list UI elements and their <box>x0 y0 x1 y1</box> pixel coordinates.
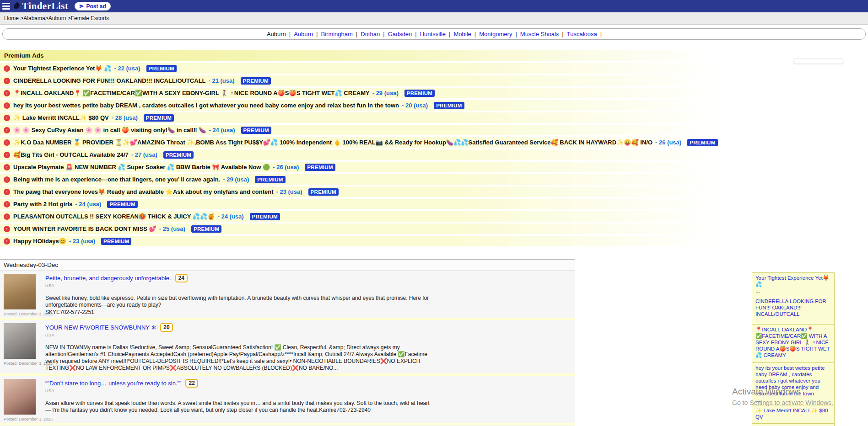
premium-ad-title[interactable]: ✨K.O Daa NUMBER 🥇 PROVIDER ⏳✨💕AMAZING Th… <box>13 139 652 146</box>
city-link[interactable]: Montgomery <box>479 31 512 37</box>
premium-ad-row[interactable]: ↑ CINDERELLA LOOKING FOR FUN!!! OAKLAND!… <box>0 75 868 86</box>
premium-ad-title[interactable]: 📍INCALL OAKLAND📍 ✅FACETIME/CAR✅WITH A SE… <box>13 90 370 96</box>
arrow-up-icon: ↑ <box>4 139 10 146</box>
sidebar-card-title[interactable]: CINDERELLA LOOKING FOR FUN!!! OAKLAND!!!… <box>755 298 826 317</box>
city-separator: | <box>562 31 563 37</box>
sidebar-card-ellipsis: ... <box>755 288 831 294</box>
top-bar: TinderList Post ad <box>0 0 868 12</box>
premium-badge: PREMIUM <box>404 90 435 97</box>
premium-ad-age: - 23 (usa) <box>276 188 302 195</box>
flame-icon <box>13 2 21 10</box>
brand-logo[interactable]: TinderList <box>13 0 68 12</box>
premium-badge: PREMIUM <box>241 77 271 85</box>
premium-ad-title[interactable]: The pawg that everyone loves🦊 Ready and … <box>13 188 273 195</box>
premium-ad-title[interactable]: Being with me is an experience—one that … <box>13 176 220 183</box>
sidebar-card[interactable]: Your Tightest Experience Yet🦊 💦 ... <box>752 272 835 296</box>
listing-posted-date: Posted: December 3, 2025 <box>4 417 36 421</box>
listing-title-link[interactable]: YOUR NEW FAVORITE SNOWBUNNY ❄ <box>45 324 156 331</box>
premium-ad-age: - 22 (usa) <box>114 65 140 72</box>
listing-body: Petite, brunette, and dangerously unforg… <box>45 274 432 316</box>
premium-badge: PREMIUM <box>191 225 221 233</box>
premium-ad-row[interactable]: ↑ PLEASANTON OUTCALLS !! SEXY KOREAN🥵 TH… <box>0 211 868 222</box>
listing-photo[interactable] <box>4 379 36 415</box>
sidebar-card-title[interactable]: hey its your best wettes petite baby DRE… <box>755 365 825 396</box>
premium-section-title: Premium Ads <box>0 50 868 61</box>
listing-country: USA <box>45 333 432 337</box>
premium-ad-row[interactable]: ↑ ✨K.O Daa NUMBER 🥇 PROVIDER ⏳✨💕AMAZING … <box>0 137 868 148</box>
sidebar-card-ellipsis: ... <box>755 397 831 403</box>
premium-ad-title[interactable]: hey its your best wettes petite baby DRE… <box>13 102 399 109</box>
sidebar-card[interactable]: CINDERELLA LOOKING FOR FUN!!! OAKLAND!!!… <box>752 296 835 326</box>
city-separator: | <box>474 31 476 37</box>
sidebar-card[interactable]: 📍INCALL OAKLAND📍 ✅FACETIME/CAR✅ WITH A S… <box>752 324 835 367</box>
listing-row: Posted: December 3, 2025 Petite, brunett… <box>0 271 575 318</box>
city-separator: | <box>415 31 416 37</box>
sidebar-card-title[interactable]: ✨ Lake Merritt INCALL✨ $80 QV <box>755 408 828 420</box>
premium-ad-age: - 24 (usa) <box>217 213 243 220</box>
listing-description: Asian allure with curves that speak loud… <box>45 400 432 414</box>
premium-ad-row[interactable]: ↑ ✨ Lake Merritt INCALL✨ $80 QV - 28 (us… <box>0 112 868 123</box>
premium-ad-title[interactable]: YOUR WINTER FAVORITE IS BACK DONT MISS 💕 <box>13 225 156 232</box>
listing-description: NEW IN TOWNMy name is Dallas !Seductive,… <box>45 344 432 372</box>
city-link[interactable]: Gadsden <box>388 31 412 37</box>
premium-ad-age: - 29 (usa) <box>223 176 249 183</box>
premium-ad-title[interactable]: Happy HOlidays😊 <box>13 238 66 245</box>
city-link[interactable]: Tuscaloosa <box>567 31 597 37</box>
premium-badge: PREMIUM <box>146 65 177 72</box>
premium-ad-title[interactable]: PLEASANTON OUTCALLS !! SEXY KOREAN🥵 THIC… <box>13 213 215 220</box>
premium-ad-title[interactable]: 🥰Big Tits Girl - OUTCALL Available 24/7 <box>13 151 129 158</box>
premium-ad-title[interactable]: Upscale Playmate 🚨 NEW NUMBER 💦 Super So… <box>13 164 270 170</box>
arrow-up-icon: ↑ <box>4 78 10 84</box>
premium-ad-row[interactable]: ↑ 🌸 🌸 Sexy CuRvy Asian 🌸 🌸 in call 🍑 vis… <box>0 125 868 135</box>
premium-ad-row[interactable]: ↑ Being with me is an experience—one tha… <box>0 174 868 185</box>
city-link[interactable]: Mobile <box>453 31 471 37</box>
paper-plane-icon <box>79 4 84 9</box>
menu-icon[interactable] <box>2 3 10 10</box>
city-separator: | <box>356 31 357 37</box>
premium-ad-row[interactable]: ↑ Your Tightest Experience Yet🦊 💦 - 22 (… <box>0 63 868 74</box>
premium-ad-row[interactable]: ↑ Party with 2 Hot girls - 24 (usa) PREM… <box>0 199 868 209</box>
premium-ad-title[interactable]: Your Tightest Experience Yet🦊 💦 <box>13 65 112 72</box>
premium-ad-title[interactable]: 🌸 🌸 Sexy CuRvy Asian 🌸 🌸 in call 🍑 visit… <box>13 127 206 133</box>
city-link[interactable]: Muscle Shoals <box>520 31 559 37</box>
premium-badge: PREMIUM <box>305 164 335 171</box>
listing-photo[interactable] <box>4 323 36 359</box>
listing-title-link[interactable]: Petite, brunette, and dangerously unforg… <box>45 275 171 282</box>
date-header: Wednesday-03-Dec <box>0 259 575 271</box>
premium-ad-row[interactable]: ↑ 📍INCALL OAKLAND📍 ✅FACETIME/CAR✅WITH A … <box>0 88 868 98</box>
premium-ad-row[interactable]: ↑ hey its your best wettes petite baby D… <box>0 100 868 111</box>
premium-ad-row[interactable]: ↑ The pawg that everyone loves🦊 Ready an… <box>0 186 868 197</box>
premium-ad-title[interactable]: Party with 2 Hot girls <box>13 201 72 208</box>
city-link[interactable]: Birmingham <box>321 31 353 37</box>
listing-row: Posted: December 3, 2025 “"Don't stare t… <box>0 376 575 423</box>
listing-country: USA <box>45 283 432 288</box>
sidebar: Your Tightest Experience Yet🦊 💦 ... CIND… <box>752 271 842 426</box>
city-link[interactable]: Huntsville <box>420 31 446 37</box>
city-link[interactable]: Dothan <box>361 31 380 37</box>
premium-ad-title[interactable]: CINDERELLA LOOKING FOR FUN!!! OAKLAND!!!… <box>13 77 206 84</box>
listing-contact: SKYE702-577-2251 <box>45 309 432 316</box>
premium-badge: PREMIUM <box>144 114 174 122</box>
city-link[interactable]: Auburn <box>294 31 313 37</box>
premium-ad-age: - 26 (usa) <box>655 139 681 146</box>
sidebar-card[interactable] <box>752 423 835 426</box>
premium-ad-row[interactable]: ↑ YOUR WINTER FAVORITE IS BACK DONT MISS… <box>0 224 868 234</box>
premium-ad-age: - 26 (usa) <box>273 164 299 170</box>
sidebar-card-title[interactable]: 📍INCALL OAKLAND📍 ✅FACETIME/CAR✅ WITH A S… <box>755 327 830 358</box>
premium-badge: PREMIUM <box>107 201 137 208</box>
sidebar-card[interactable]: hey its your best wettes petite baby DRE… <box>752 362 835 405</box>
premium-ad-age: - 20 (usa) <box>402 102 428 109</box>
listing-photo[interactable] <box>4 274 36 309</box>
post-ad-button[interactable]: Post ad <box>75 2 110 11</box>
premium-ad-title[interactable]: ✨ Lake Merritt INCALL✨ $80 QV <box>13 114 109 121</box>
arrow-up-icon: ↑ <box>4 152 10 158</box>
premium-ad-row[interactable]: ↑ 🥰Big Tits Girl - OUTCALL Available 24/… <box>0 149 868 160</box>
premium-ad-row[interactable]: ↑ Upscale Playmate 🚨 NEW NUMBER 💦 Super … <box>0 162 868 172</box>
premium-ad-row[interactable]: ↑ Happy HOlidays😊 - 23 (usa) PREMIUM <box>0 236 868 246</box>
listing-posted-date: Posted: December 3, 2025 <box>4 361 36 366</box>
breadcrumb-text[interactable]: Home >Alabama>Auburn >Female Escorts <box>4 15 109 21</box>
listing-title-link[interactable]: “"Don't stare too long… unless you're re… <box>45 380 181 387</box>
premium-ad-age: - 21 (usa) <box>209 77 235 84</box>
sidebar-card-title[interactable]: Your Tightest Experience Yet🦊 💦 <box>755 275 829 287</box>
arrow-up-icon: ↑ <box>4 201 10 208</box>
